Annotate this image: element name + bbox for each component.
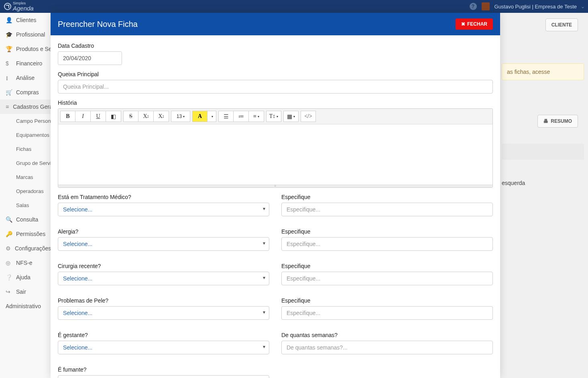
- specify-input[interactable]: [281, 272, 493, 285]
- sidebar-item-sair[interactable]: ↪Sair: [0, 285, 51, 299]
- clock-icon: [4, 3, 11, 10]
- sidebar-item-config[interactable]: ⚙Configurações: [0, 241, 51, 256]
- specify-input[interactable]: [281, 341, 493, 354]
- sidebar-label: Salas: [16, 202, 29, 208]
- sidebar-label: Configurações: [15, 245, 51, 252]
- queixa-input[interactable]: [58, 80, 493, 93]
- sidebar-sub-marcas[interactable]: Marcas: [0, 170, 51, 184]
- strike-button[interactable]: S: [123, 111, 138, 122]
- rte-textarea[interactable]: [58, 124, 492, 185]
- rte-resize-handle[interactable]: ≡: [58, 185, 492, 187]
- sidebar-item-ajuda[interactable]: ❔Ajuda: [0, 270, 51, 285]
- highlight-dropdown[interactable]: ▾: [208, 111, 216, 122]
- ol-icon: ≔: [238, 113, 244, 120]
- specify-label: De quantas semanas?: [281, 332, 493, 338]
- sidebar-label: NFS-e: [16, 260, 32, 266]
- italic-button[interactable]: I: [75, 111, 91, 122]
- search-icon: 🔍: [6, 216, 12, 223]
- brand-logo[interactable]: Simples Agenda: [4, 2, 34, 11]
- date-input[interactable]: [58, 51, 122, 65]
- historia-label: História: [58, 100, 493, 106]
- question-select[interactable]: Selecione...: [58, 203, 269, 216]
- question-select[interactable]: Selecione...: [58, 237, 269, 251]
- sidebar-label: Permissões: [16, 231, 45, 237]
- unordered-list-button[interactable]: ☰: [218, 111, 234, 122]
- sidebar-item-analise[interactable]: ⫿Análise: [0, 71, 51, 85]
- underline-button[interactable]: U: [91, 111, 106, 122]
- alert-text: as fichas, acesse: [507, 69, 550, 75]
- rte-toolbar: B I U ◧ S X2 X2 13▾ A ▾: [58, 109, 492, 124]
- table-button[interactable]: ▦▾: [283, 111, 299, 122]
- sidebar-label: Compras: [16, 89, 39, 96]
- button-label: CLIENTE: [551, 22, 572, 28]
- fontsize-button[interactable]: 13▾: [171, 111, 190, 122]
- code-button[interactable]: </>: [301, 111, 316, 122]
- sidebar-item-clientes[interactable]: 👤Clientes: [0, 13, 51, 27]
- sidebar-label: Análise: [16, 75, 35, 81]
- help-icon[interactable]: ?: [470, 3, 477, 10]
- question-label: Cirurgia recente?: [58, 263, 269, 269]
- top-bar: Simples Agenda ? Gustavo Puglisi | Empre…: [0, 0, 588, 13]
- question-select[interactable]: Selecione...: [58, 341, 269, 354]
- sidebar-label: Marcas: [16, 174, 33, 180]
- sidebar-label: Equipamentos: [16, 132, 49, 138]
- database-icon: ≡: [6, 104, 9, 110]
- date-label: Data Cadastro: [58, 43, 493, 49]
- user-name-label[interactable]: Gustavo Puglisi | Empresa de Teste: [494, 4, 577, 10]
- question-label: É fumante?: [58, 366, 269, 373]
- sidebar-sub-salas[interactable]: Salas: [0, 198, 51, 212]
- question-label: É gestante?: [58, 332, 269, 338]
- sidebar-item-cadastros[interactable]: ≡Cadastros Gerais: [0, 100, 51, 114]
- sidebar-sub-campo[interactable]: Campo Personalizado: [0, 114, 51, 128]
- superscript-button[interactable]: X2: [138, 111, 154, 122]
- sidebar-item-produtos[interactable]: 🏆Produtos e Serviços: [0, 42, 51, 56]
- close-icon: ✖: [461, 21, 465, 27]
- close-button[interactable]: ✖ FECHAR: [456, 18, 493, 30]
- fontsize-label: 13: [177, 114, 182, 119]
- signout-icon: ↪: [6, 289, 12, 295]
- sidebar-sub-grupo[interactable]: Grupo de Serviços: [0, 156, 51, 170]
- question-select[interactable]: Selecione...: [58, 272, 269, 285]
- ordered-list-button[interactable]: ≔: [234, 111, 249, 122]
- lineheight-button[interactable]: T↕▾: [266, 111, 281, 122]
- chevron-down-icon: ▾: [212, 115, 213, 118]
- modal-title: Preencher Nova Ficha: [58, 20, 138, 29]
- highlight-button[interactable]: A: [192, 111, 208, 122]
- sidebar-item-financeiro[interactable]: $Financeiro: [0, 56, 51, 71]
- sidebar-item-nfse[interactable]: ◎NFS-e: [0, 256, 51, 270]
- sidebar-item-permissoes[interactable]: 🔑Permissões: [0, 227, 51, 241]
- specify-input[interactable]: [281, 306, 493, 320]
- question-label: Está em Tratamento Médico?: [58, 194, 269, 200]
- question-select[interactable]: Selecione...: [58, 306, 269, 320]
- subscript-button[interactable]: X2: [154, 111, 169, 122]
- print-icon: 🖶: [543, 118, 548, 124]
- sidebar-label: Clientes: [16, 17, 37, 23]
- align-button[interactable]: ≡▾: [249, 111, 264, 122]
- queixa-label: Queixa Principal: [58, 71, 493, 77]
- question-select[interactable]: Selecione...: [58, 375, 269, 378]
- sidebar-item-compras[interactable]: 🛒Compras: [0, 85, 51, 100]
- cliente-button[interactable]: CLIENTE: [545, 18, 578, 31]
- specify-input[interactable]: [281, 237, 493, 251]
- lineheight-icon: T↕: [269, 113, 276, 120]
- specify-input[interactable]: [281, 203, 493, 216]
- resumo-button[interactable]: 🖶RESUMO: [537, 115, 578, 128]
- close-label: FECHAR: [467, 21, 487, 27]
- chevron-down-icon: ▾: [277, 115, 278, 118]
- chevron-down-icon: ▾: [183, 115, 185, 118]
- sidebar-item-profissional[interactable]: 🎓Profissional: [0, 27, 51, 42]
- sidebar-sub-fichas[interactable]: Fichas: [0, 142, 51, 156]
- bold-button[interactable]: B: [60, 111, 75, 122]
- sidebar-label: Consulta: [16, 216, 38, 223]
- sidebar-item-consulta[interactable]: 🔍Consulta: [0, 212, 51, 227]
- sidebar-label: Administrativo: [6, 303, 41, 309]
- sidebar-sub-operadoras[interactable]: Operadoras: [0, 184, 51, 198]
- user-icon: 👤: [6, 17, 12, 23]
- avatar[interactable]: [482, 2, 490, 10]
- chevron-down-icon[interactable]: ⌵: [582, 4, 584, 9]
- sidebar-item-admin[interactable]: Administrativo: [0, 299, 51, 313]
- rich-text-editor: B I U ◧ S X2 X2 13▾ A ▾: [58, 108, 493, 188]
- sidebar-sub-equip[interactable]: Equipamentos: [0, 128, 51, 142]
- eraser-button[interactable]: ◧: [106, 111, 121, 122]
- sidebar-label: Cadastros Gerais: [13, 104, 57, 110]
